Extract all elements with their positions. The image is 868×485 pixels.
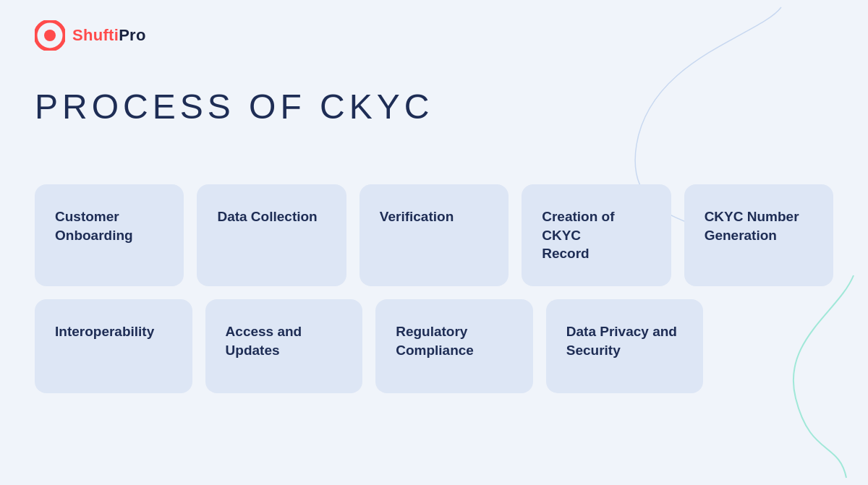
- logo-name-highlight: Pro: [119, 26, 146, 44]
- svg-point-1: [44, 30, 56, 41]
- cards-row-1: CustomerOnboarding Data Collection Verif…: [35, 184, 833, 286]
- card-access-and-updates: Access andUpdates: [205, 299, 363, 393]
- card-label-customer-onboarding: CustomerOnboarding: [55, 207, 133, 244]
- logo-icon: [35, 20, 65, 51]
- card-label-data-privacy-security: Data Privacy andSecurity: [566, 322, 677, 359]
- card-label-verification: Verification: [380, 207, 454, 226]
- card-data-privacy-security: Data Privacy andSecurity: [546, 299, 704, 393]
- card-empty-slot: [716, 299, 833, 393]
- card-label-creation-ckyc-record: Creation of CKYCRecord: [542, 207, 650, 263]
- card-label-regulatory-compliance: RegulatoryCompliance: [396, 322, 474, 359]
- cards-container: CustomerOnboarding Data Collection Verif…: [35, 184, 833, 393]
- card-label-ckyc-number-generation: CKYC NumberGeneration: [705, 207, 799, 244]
- logo-text: ShuftiPro: [72, 26, 146, 45]
- card-regulatory-compliance: RegulatoryCompliance: [375, 299, 533, 393]
- card-creation-ckyc-record: Creation of CKYCRecord: [522, 184, 671, 286]
- header: ShuftiPro: [35, 20, 146, 51]
- card-customer-onboarding: CustomerOnboarding: [35, 184, 184, 286]
- card-label-interoperability: Interoperability: [55, 322, 154, 341]
- card-label-access-and-updates: Access andUpdates: [226, 322, 302, 359]
- logo-name-part1: Shufti: [72, 26, 119, 44]
- cards-row-2: Interoperability Access andUpdates Regul…: [35, 299, 833, 393]
- card-ckyc-number-generation: CKYC NumberGeneration: [684, 184, 833, 286]
- card-interoperability: Interoperability: [35, 299, 192, 393]
- card-data-collection: Data Collection: [197, 184, 346, 286]
- card-verification: Verification: [359, 184, 509, 286]
- card-label-data-collection: Data Collection: [217, 207, 317, 226]
- page-title: PROCESS OF CKYC: [35, 87, 433, 126]
